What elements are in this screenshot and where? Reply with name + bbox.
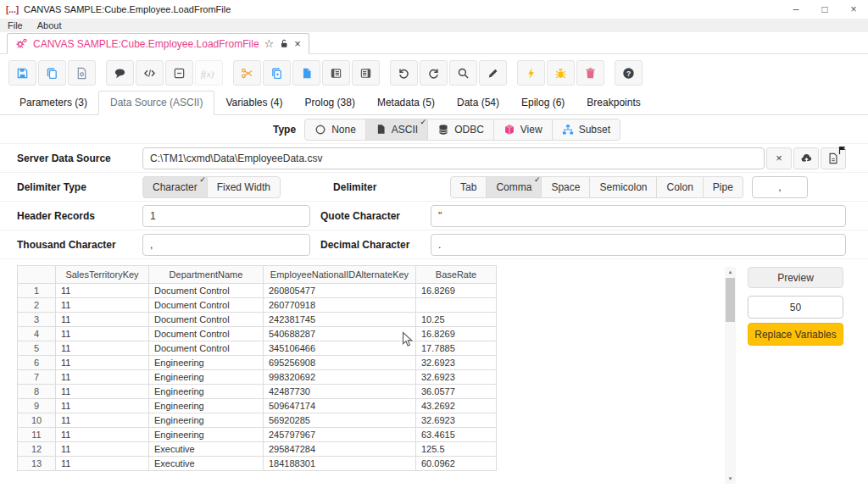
row-number-cell: 1 — [18, 284, 56, 298]
copy-document-button[interactable] — [38, 60, 66, 86]
svg-text:f(x): f(x) — [201, 68, 214, 79]
delimiter-option-tab[interactable]: Tab — [450, 176, 487, 198]
unlock-icon[interactable] — [279, 38, 289, 49]
duplicate-icon — [270, 67, 283, 80]
delimiter-option-comma[interactable]: Comma✓ — [486, 176, 542, 198]
option-label: Comma — [496, 181, 531, 193]
indent-button[interactable] — [322, 60, 350, 86]
search-button[interactable] — [449, 60, 477, 86]
process-editor-window: { "window": { "app_icon": "[...]", "titl… — [0, 0, 868, 488]
option-label: Colon — [666, 181, 693, 193]
menu-bar: File About — [0, 19, 868, 32]
debug-button[interactable] — [547, 60, 575, 86]
table-row: 511Document Control34510646617.7885 — [18, 341, 497, 356]
type-option-ascii[interactable]: ASCII✓ — [365, 119, 428, 141]
upload-datasource-button[interactable] — [793, 147, 819, 169]
table-scrollbar[interactable]: ▴ ▾ — [725, 267, 736, 484]
tab-metadata-5[interactable]: Metadata (5) — [366, 92, 446, 114]
circle-icon — [314, 124, 326, 136]
redo-icon — [427, 67, 440, 80]
delimiter-option-semicolon[interactable]: Semicolon — [589, 176, 657, 198]
decimal-character-input[interactable] — [431, 234, 846, 256]
table-cell: 42487730 — [264, 385, 416, 399]
header-records-input[interactable] — [142, 205, 310, 227]
database-icon — [437, 124, 449, 136]
clear-datasource-button[interactable]: × — [766, 147, 792, 169]
file-gear-button[interactable] — [68, 60, 96, 86]
type-option-subset[interactable]: Subset — [552, 119, 620, 141]
favorite-star-icon[interactable]: ☆ — [264, 38, 275, 49]
paste-button[interactable] — [292, 60, 320, 86]
type-option-odbc[interactable]: ODBC — [427, 119, 494, 141]
close-window-button[interactable]: × — [839, 0, 868, 19]
document-tab-title: CANVAS SAMPLE:Cube.Employee.LoadFromFile — [33, 38, 259, 50]
thousand-character-input[interactable] — [142, 234, 310, 256]
code-button[interactable] — [136, 60, 164, 86]
browse-file-button[interactable] — [821, 147, 846, 169]
server-data-source-input[interactable] — [142, 147, 765, 169]
tab-epilog-6[interactable]: Epilog (6) — [510, 92, 576, 114]
document-tab[interactable]: CANVAS SAMPLE:Cube.Employee.LoadFromFile… — [7, 33, 309, 54]
number-format-row: Thousand Character Decimal Character — [0, 230, 868, 259]
edit-button[interactable] — [479, 60, 507, 86]
redo-button[interactable] — [420, 60, 448, 86]
header-records-label: Header Records — [17, 210, 142, 222]
save-icon — [16, 67, 29, 80]
scroll-up-icon[interactable]: ▴ — [725, 267, 736, 277]
quote-character-input[interactable] — [431, 205, 846, 227]
tab-parameters-3[interactable]: Parameters (3) — [8, 92, 98, 114]
tab-data-54[interactable]: Data (54) — [446, 92, 510, 114]
comment-button[interactable] — [106, 60, 134, 86]
collapse-section-button[interactable] — [165, 60, 193, 86]
tab-variables-4[interactable]: Variables (4) — [214, 92, 293, 114]
custom-delimiter-input[interactable] — [752, 176, 808, 198]
table-cell: 260805477 — [264, 284, 416, 298]
delimiter-option-space[interactable]: Space — [541, 176, 590, 198]
delimiter-option-pipe[interactable]: Pipe — [703, 176, 743, 198]
table-row: 1311Executive18418830160.0962 — [18, 457, 497, 471]
row-number-cell: 2 — [18, 298, 56, 313]
tab-prolog-38[interactable]: Prolog (38) — [294, 92, 366, 114]
scrollbar-thumb[interactable] — [726, 278, 735, 322]
close-tab-icon[interactable]: × — [294, 38, 301, 49]
delimiter-type-option-character[interactable]: Character✓ — [142, 176, 208, 198]
process-tabs: Parameters (3)Data Source (ASCII)Variabl… — [0, 92, 868, 115]
type-option-view[interactable]: View — [493, 119, 553, 141]
table-cell: Engineering — [149, 413, 264, 428]
row-number-cell: 3 — [18, 313, 56, 327]
menu-about[interactable]: About — [37, 20, 62, 30]
undo-button[interactable] — [390, 60, 418, 86]
toolbar-group — [8, 60, 96, 86]
table-cell: 36.0577 — [416, 385, 497, 399]
type-option-none[interactable]: None — [304, 119, 366, 141]
table-cell: 295847284 — [264, 442, 416, 457]
maximize-button[interactable]: □ — [810, 0, 839, 19]
preview-button[interactable]: Preview — [748, 267, 843, 288]
tab-breakpoints[interactable]: Breakpoints — [576, 92, 651, 114]
run-button[interactable] — [517, 60, 545, 86]
minimize-button[interactable]: – — [782, 0, 810, 19]
delimiter-option-colon[interactable]: Colon — [656, 176, 703, 198]
check-icon: ✓ — [420, 118, 427, 126]
help-button[interactable]: ? — [615, 60, 643, 86]
server-data-source-row: Server Data Source × — [0, 144, 868, 173]
table-cell: 11 — [56, 356, 149, 370]
table-cell: Document Control — [149, 341, 264, 356]
cut-button[interactable] — [233, 60, 261, 86]
option-label: ASCII — [392, 124, 418, 136]
option-label: ODBC — [454, 124, 484, 136]
delete-button[interactable] — [576, 60, 604, 86]
menu-file[interactable]: File — [8, 20, 23, 30]
replace-variables-button[interactable]: Replace Variables — [748, 323, 843, 346]
record-count-input[interactable] — [748, 296, 843, 319]
check-icon: ✓ — [534, 175, 541, 184]
delimiter-type-option-fixed-width[interactable]: Fixed Width — [207, 176, 281, 198]
function-button[interactable]: f(x) — [195, 60, 223, 86]
row-number-cell: 7 — [18, 370, 56, 385]
tab-data-source-ascii[interactable]: Data Source (ASCII) — [98, 91, 214, 115]
duplicate-button[interactable] — [263, 60, 291, 86]
outdent-button[interactable] — [352, 60, 380, 86]
scroll-down-icon[interactable]: ▾ — [725, 474, 736, 484]
option-label: Space — [551, 181, 580, 193]
save-button[interactable] — [8, 60, 36, 86]
